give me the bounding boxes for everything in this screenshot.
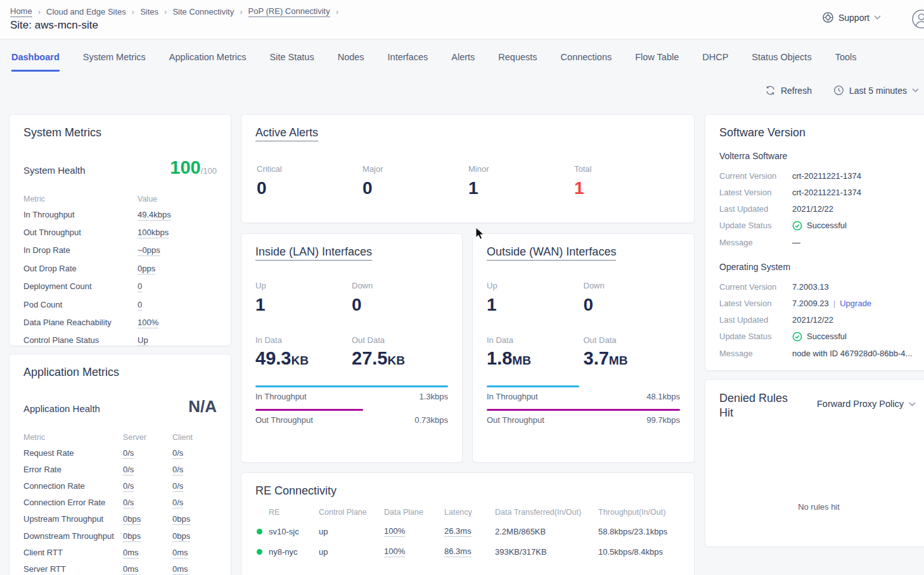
server-value-link[interactable]: 0/s — [123, 465, 134, 475]
client-value-link[interactable]: 0/s — [172, 465, 183, 475]
client-value-link[interactable]: 0/s — [172, 448, 183, 459]
software-version-panel: Software Version Volterra Software Curre… — [705, 114, 924, 371]
system-health-denominator: /100 — [201, 166, 217, 176]
client-value-link[interactable]: 0/s — [172, 481, 183, 492]
column-header-latency: Latency — [444, 508, 495, 517]
tab[interactable]: System Metrics — [83, 52, 146, 72]
tab[interactable]: Alerts — [451, 52, 475, 72]
tab[interactable]: Nodes — [338, 52, 364, 72]
table-row: Upstream Throughput 0bps 0bps — [23, 511, 217, 527]
field-value: 7.2003.13 — [792, 282, 829, 292]
active-alerts-title-link[interactable]: Active Alerts — [255, 126, 318, 141]
table-row: Request Rate 0/s 0/s — [23, 444, 217, 461]
tab[interactable]: Flow Table — [635, 52, 679, 72]
tab[interactable]: Site Status — [270, 52, 314, 72]
client-value-link[interactable]: 0bps — [172, 514, 190, 525]
in-throughput-bar — [487, 385, 579, 387]
table-row: sv10-sjc up 100% 26.3ms 2.2MB/865KB 58.8… — [255, 526, 680, 537]
field-label: Update Status — [719, 332, 792, 341]
tab[interactable]: Tools — [835, 52, 857, 72]
wan-interfaces-title-link[interactable]: Outside (WAN) Interfaces — [487, 245, 616, 261]
software-version-row: Update Status Successful | — [719, 217, 918, 234]
software-version-row: Last Updated 2021/12/22 | — [719, 200, 918, 217]
tab[interactable]: Interfaces — [388, 52, 428, 72]
denied-rules-panel: Denied Rules Hit Forward Proxy Policy No… — [705, 379, 924, 547]
lan-interfaces-title-link[interactable]: Inside (LAN) Interfaces — [255, 245, 372, 261]
software-version-row: Message — | — [719, 234, 918, 250]
column-header-client: Client — [172, 433, 217, 442]
alert-stats: Critical 0 Major 0 Minor 1 Total 1 — [255, 163, 680, 198]
metric-value-link[interactable]: ~0pps — [138, 245, 160, 256]
client-value-link[interactable]: 0ms — [172, 564, 188, 575]
server-value-link[interactable]: 0/s — [123, 448, 134, 459]
data-plane-link[interactable]: 100% — [384, 526, 405, 537]
data-plane-link[interactable]: 100% — [384, 546, 405, 557]
tab[interactable]: Requests — [498, 52, 537, 72]
metric-value-link[interactable]: 49.4kbps — [138, 210, 171, 221]
metric-label: Error Rate — [23, 465, 123, 474]
tab[interactable]: Application Metrics — [169, 52, 247, 72]
latency-link[interactable]: 26.3ms — [444, 526, 472, 537]
table-row: ny8-nyc up 100% 86.3ms 393KB/317KB 10.5k… — [255, 546, 680, 557]
life-ring-icon — [822, 11, 834, 23]
field-label: Message — [719, 238, 792, 247]
metric-label: Out Drop Rate — [23, 264, 138, 273]
latency-link[interactable]: 86.3ms — [444, 546, 472, 557]
tab[interactable]: Dashboard — [11, 52, 60, 72]
metric-label: In Drop Rate — [23, 245, 138, 255]
tab[interactable]: DHCP — [702, 52, 728, 72]
client-value-link[interactable]: 0ms — [172, 548, 188, 559]
metric-label: Client RTT — [23, 548, 123, 557]
server-value-link[interactable]: 0/s — [123, 481, 134, 492]
out-throughput-label: Out Throughput — [487, 415, 544, 425]
field-label: Last Updated — [719, 315, 792, 325]
tab[interactable]: Status Objects — [752, 52, 811, 72]
tab[interactable]: Connections — [561, 52, 612, 72]
metric-value-link[interactable]: 100% — [138, 318, 158, 328]
breadcrumb-separator-icon: › — [164, 7, 167, 16]
metric-value-link[interactable]: 100kbps — [138, 228, 169, 238]
breadcrumb-item[interactable]: Sites — [140, 7, 158, 16]
table-row: Data Plane Reachability 100% — [23, 314, 217, 332]
refresh-button[interactable]: Refresh — [765, 85, 812, 96]
metric-value-link[interactable]: Up — [138, 335, 148, 346]
lan-interfaces-panel: Inside (LAN) Interfaces Up 1 Down 0 In D… — [241, 233, 463, 463]
application-health-label: Application Health — [23, 403, 100, 414]
alert-stat-value: 0 — [363, 178, 468, 198]
breadcrumb-item[interactable]: Site Connectivity — [172, 7, 234, 16]
server-value-link[interactable]: 0ms — [123, 564, 139, 575]
policy-dropdown[interactable]: Forward Proxy Policy — [817, 399, 916, 409]
server-value-link[interactable]: 0bps — [123, 531, 141, 542]
breadcrumb-item[interactable]: Cloud and Edge Sites — [46, 7, 126, 16]
client-value-link[interactable]: 0bps — [172, 531, 190, 542]
wan-interfaces-panel: Outside (WAN) Interfaces Up 1 Down 0 In … — [472, 233, 695, 463]
metric-value-link[interactable]: 0 — [138, 281, 142, 292]
success-check-icon — [792, 221, 802, 231]
client-value-link[interactable]: 0/s — [172, 498, 183, 508]
system-health-label: System Health — [23, 165, 86, 176]
column-header-metric: Metric — [23, 195, 138, 204]
field-value: 2021/12/22 — [792, 204, 833, 214]
field-label: Latest Version — [719, 188, 792, 197]
server-value-link[interactable]: 0/s — [123, 498, 134, 508]
breadcrumb-item[interactable]: Home — [10, 6, 32, 17]
time-range-selector[interactable]: Last 5 minutes — [833, 85, 919, 96]
table-row: Pod Count 0 — [23, 296, 217, 314]
up-value: 1 — [255, 295, 352, 315]
time-range-value: Last 5 minutes — [849, 86, 907, 96]
volterra-software-section-title: Volterra Software — [719, 151, 918, 161]
status-dot-icon — [257, 529, 262, 534]
support-menu[interactable]: Support — [822, 11, 881, 23]
breadcrumb-item[interactable]: PoP (RE) Connectivity — [248, 6, 330, 17]
out-throughput-value: 0.73kbps — [414, 415, 448, 425]
user-avatar-icon[interactable] — [911, 9, 924, 29]
top-header: Home › Cloud and Edge Sites › Sites › Si… — [0, 0, 924, 39]
out-data-label: Out Data — [352, 335, 385, 345]
server-value-link[interactable]: 0bps — [123, 514, 141, 525]
re-connectivity-panel: RE Connectivity RE Control Plane Data Pl… — [241, 472, 695, 575]
server-value-link[interactable]: 0ms — [123, 548, 139, 559]
metric-value-link[interactable]: 0 — [138, 300, 142, 311]
upgrade-link[interactable]: Upgrade — [840, 299, 871, 308]
metric-value-link[interactable]: 0pps — [138, 264, 155, 275]
volterra-software-rows: Current Version crt-20211221-1374 | Late… — [719, 167, 918, 250]
